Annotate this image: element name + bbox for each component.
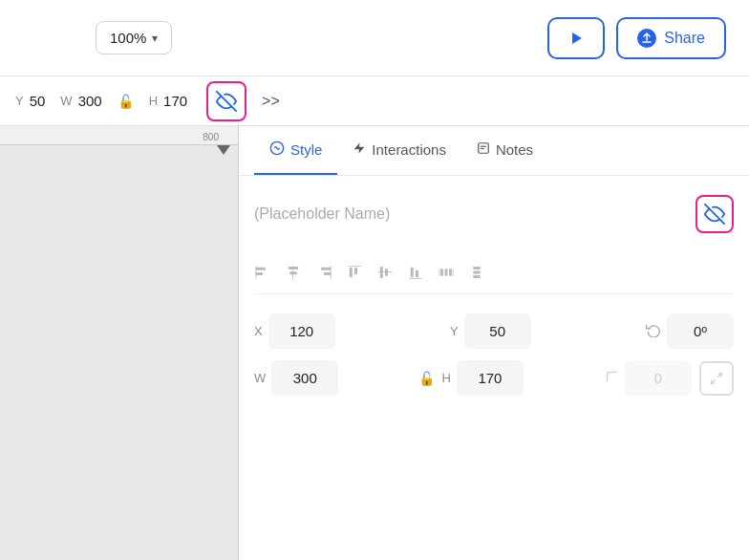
align-middle-icon[interactable] [376, 264, 394, 286]
svg-rect-28 [439, 269, 440, 276]
x-label: X [254, 324, 263, 338]
tabs-row: Style Interactions Not [239, 126, 749, 176]
svg-rect-22 [411, 268, 414, 278]
zoom-value: 100% [110, 30, 146, 46]
tab-interactions[interactable]: Interactions [337, 126, 461, 175]
share-button[interactable]: Share [616, 17, 726, 59]
svg-rect-25 [440, 269, 443, 276]
svg-rect-27 [445, 269, 448, 276]
tab-style-label: Style [290, 141, 322, 158]
corner-radius-icon [606, 370, 619, 386]
svg-line-34 [712, 379, 716, 383]
w-prop-label: W [254, 371, 266, 385]
y-label: Y [15, 94, 24, 108]
svg-rect-8 [256, 272, 264, 275]
placeholder-row: (Placeholder Name) [254, 187, 734, 241]
svg-rect-17 [354, 268, 357, 275]
svg-marker-0 [572, 32, 582, 44]
align-bottom-icon[interactable] [407, 264, 424, 286]
corner-radius-input[interactable]: 0 [625, 360, 692, 396]
distribute-horizontal-icon[interactable] [438, 264, 455, 286]
svg-rect-14 [324, 272, 332, 275]
canvas-area: 800 [0, 126, 239, 560]
h-input[interactable]: 170 [457, 360, 524, 396]
w-coord-field: W 300 [60, 93, 101, 109]
corner-group: 0 [606, 360, 692, 396]
ruler: 800 [0, 126, 238, 145]
ruler-label: 800 [203, 132, 219, 142]
lock-icon[interactable]: 🔓 [118, 94, 134, 109]
notes-tab-icon [477, 141, 490, 159]
tab-notes-label: Notes [496, 141, 533, 158]
svg-rect-29 [453, 269, 454, 276]
interactions-tab-icon [353, 141, 366, 159]
svg-line-33 [717, 373, 721, 377]
panel-content: (Placeholder Name) [239, 176, 749, 560]
upload-icon [637, 29, 656, 48]
svg-rect-31 [473, 275, 481, 278]
play-icon [568, 31, 584, 46]
svg-rect-9 [256, 266, 257, 279]
expand-button[interactable] [699, 361, 734, 396]
svg-marker-2 [354, 142, 365, 154]
visibility-toggle-button[interactable] [206, 81, 246, 121]
align-right-icon[interactable] [315, 264, 332, 286]
top-toolbar: 100% ▾ Share [0, 0, 749, 76]
svg-rect-24 [409, 278, 422, 279]
svg-rect-16 [350, 268, 353, 278]
h-coord-field: H 170 [149, 93, 187, 109]
more-options-button[interactable]: >> [262, 93, 280, 110]
y-prop-label: Y [450, 324, 459, 338]
y-value: 50 [30, 93, 46, 109]
eye-slash-icon [216, 91, 237, 112]
share-label: Share [664, 30, 705, 47]
svg-rect-21 [378, 271, 393, 272]
w-value: 300 [78, 93, 102, 109]
placeholder-eye-slash-icon [704, 204, 725, 225]
tab-notes[interactable]: Notes [461, 126, 548, 175]
zoom-select[interactable]: 100% ▾ [96, 21, 172, 54]
chevron-down-icon: ▾ [152, 32, 158, 45]
wh-row: W 300 🔓 H 170 [254, 360, 734, 396]
rotation-group: 0º [646, 313, 734, 349]
xy-row: X 120 Y 50 [254, 313, 734, 349]
distribute-vertical-icon[interactable] [468, 264, 485, 286]
svg-rect-32 [473, 271, 481, 274]
svg-rect-7 [256, 268, 267, 270]
rotation-icon [646, 322, 661, 340]
h-group: H 170 [442, 360, 599, 396]
align-top-icon[interactable] [346, 264, 363, 286]
main-area: 800 Style In [0, 126, 749, 560]
svg-rect-12 [292, 266, 293, 280]
h-label: H [149, 94, 158, 108]
second-toolbar: Y 50 W 300 🔓 H 170 >> [0, 76, 749, 126]
w-input[interactable]: 300 [271, 360, 338, 396]
w-group: W 300 [254, 360, 411, 396]
right-panel: Style Interactions Not [239, 126, 749, 560]
play-button[interactable] [547, 17, 605, 59]
y-coord-field: Y 50 [15, 93, 45, 109]
x-input[interactable]: 120 [268, 313, 335, 349]
w-label: W [60, 94, 72, 108]
canvas-dropdown-arrow[interactable] [217, 145, 230, 155]
size-lock-icon[interactable]: 🔓 [418, 371, 435, 386]
svg-rect-26 [449, 269, 452, 276]
tab-interactions-label: Interactions [372, 141, 446, 158]
svg-rect-18 [348, 266, 361, 267]
alignment-toolbar [254, 256, 734, 294]
tab-style[interactable]: Style [254, 126, 337, 175]
rotation-input[interactable]: 0º [667, 313, 734, 349]
h-prop-label: H [442, 371, 451, 385]
h-value: 170 [163, 93, 187, 109]
placeholder-name: (Placeholder Name) [254, 205, 390, 223]
align-left-icon[interactable] [254, 264, 271, 286]
y-input[interactable]: 50 [464, 313, 531, 349]
svg-rect-15 [331, 266, 332, 279]
placeholder-visibility-button[interactable] [696, 195, 734, 233]
svg-rect-30 [473, 267, 481, 269]
align-center-v-icon[interactable] [285, 264, 302, 286]
style-tab-icon [269, 140, 285, 160]
y-group: Y 50 [450, 313, 638, 349]
x-group: X 120 [254, 313, 442, 349]
svg-rect-13 [321, 268, 332, 270]
